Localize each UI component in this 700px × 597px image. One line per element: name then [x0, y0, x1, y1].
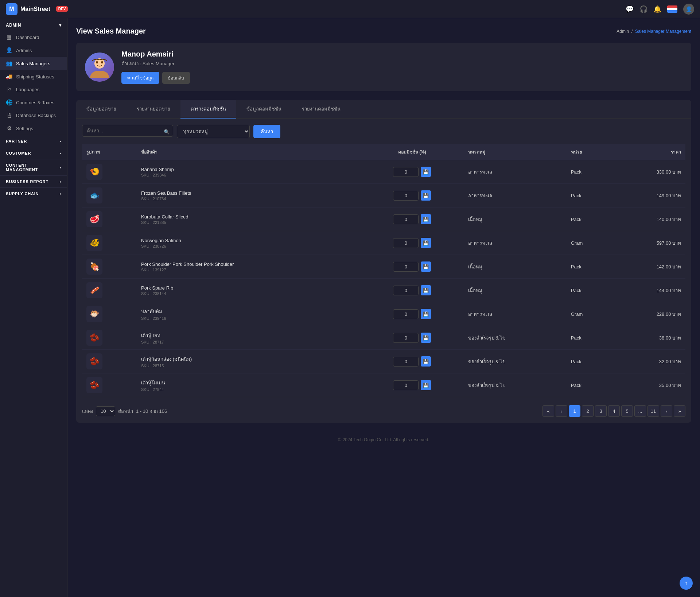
save-commission-button[interactable]: 💾 — [421, 380, 431, 390]
commission-input[interactable] — [393, 191, 419, 201]
cell-name: Frozen Sea Bass Fillets SKU : 210764 — [137, 184, 361, 208]
table-row: 🐠 Norwegian Salmon SKU : 238726 💾 อาหารท… — [82, 231, 685, 255]
commission-input[interactable] — [393, 238, 419, 248]
table-row: 🫘 เต้าหู้โมเมน SKU : 27944 💾 ของสำเร็จรู… — [82, 373, 685, 397]
sidebar-group-content[interactable]: CONTENT MANAGEMENT › — [0, 159, 67, 175]
profile-info: Manop Aemsiri ตำแหน่ง : Sales Manager ✏ … — [121, 50, 682, 84]
commission-input[interactable] — [393, 167, 419, 177]
commission-input[interactable] — [393, 380, 419, 390]
save-commission-button[interactable]: 💾 — [421, 190, 431, 201]
tab-bar: ข้อมูลยอดขาย รายงานยอดขาย ตารางคอมมิชชั่… — [76, 100, 691, 119]
col-header-name: ชื่อสินค้า — [137, 144, 361, 160]
page-11-btn[interactable]: 11 — [648, 405, 659, 417]
commission-input[interactable] — [393, 309, 419, 319]
back-button[interactable]: ย้อนกลับ — [162, 72, 190, 84]
page-5-btn[interactable]: 5 — [621, 405, 633, 417]
table-row: 🍖 Pork Shoulder Pork Shoulder Pork Shoul… — [82, 255, 685, 279]
tab-commission-info[interactable]: ข้อมูลคอมมิชชั่น — [236, 100, 292, 119]
logo[interactable]: M MainStreet — [6, 3, 50, 15]
cell-price: 38.00 บาท — [612, 326, 685, 350]
notification-icon[interactable]: 🔔 — [653, 5, 661, 13]
logo-text: MainStreet — [20, 6, 50, 12]
page-...-btn[interactable]: ... — [634, 405, 646, 417]
sidebar-item-db-backups[interactable]: 🗄 Database Backups — [0, 109, 67, 122]
sidebar-item-settings[interactable]: ⚙ Settings — [0, 122, 67, 135]
commission-input[interactable] — [393, 214, 419, 224]
save-commission-button[interactable]: 💾 — [421, 261, 431, 272]
prev-page-btn[interactable]: ‹ — [556, 405, 567, 417]
language-flag[interactable] — [667, 5, 677, 13]
per-page-select[interactable]: 10 — [96, 406, 115, 416]
cell-category: อาหารทะเล — [464, 302, 567, 326]
commission-input[interactable] — [393, 286, 419, 295]
commission-input[interactable] — [393, 333, 419, 343]
cell-unit: Pack — [567, 184, 612, 208]
category-select[interactable]: ทุกหมวดหมู่ — [177, 125, 250, 138]
sidebar-group-partner[interactable]: PARTNER › — [0, 135, 67, 147]
commission-input[interactable] — [393, 262, 419, 272]
commission-input[interactable] — [393, 357, 419, 367]
scroll-top-button[interactable]: ↑ — [680, 577, 693, 590]
cell-unit: Pack — [567, 279, 612, 302]
sidebar-group-supply[interactable]: SUPPLY CHAIN › — [0, 187, 67, 199]
language-icon: 🏳 — [6, 86, 12, 93]
save-commission-button[interactable]: 💾 — [421, 309, 431, 319]
profile-role: ตำแหน่ง : Sales Manager — [121, 60, 682, 67]
page-3-btn[interactable]: 3 — [595, 405, 607, 417]
sidebar-group-customer[interactable]: CUSTOMER › — [0, 147, 67, 159]
save-commission-button[interactable]: 💾 — [421, 238, 431, 248]
cell-image: 🐡 — [82, 302, 137, 326]
search-button[interactable]: ค้นหา — [253, 125, 280, 138]
table-row: 🫘 เต้าหู้ก้อนกล่อง (ชนิดนิ่ม) SKU : 2871… — [82, 350, 685, 373]
cell-unit: Pack — [567, 208, 612, 231]
page-1-btn[interactable]: 1 — [569, 405, 580, 417]
cell-unit: Gram — [567, 302, 612, 326]
edit-button[interactable]: ✏ แก้ไขข้อมูล — [121, 72, 159, 84]
next-page-btn[interactable]: › — [661, 405, 672, 417]
search-input[interactable] — [82, 125, 173, 137]
last-page-btn[interactable]: » — [674, 405, 685, 417]
env-badge: DEV — [56, 6, 68, 12]
cell-category: เนื้อหมู — [464, 208, 567, 231]
cell-commission: 💾 — [361, 350, 463, 373]
cell-image: 🥓 — [82, 279, 137, 302]
tab-commission-table[interactable]: ตารางคอมมิชชั่น — [180, 100, 236, 119]
breadcrumb-home[interactable]: Admin — [617, 29, 629, 34]
avatar[interactable]: 👤 — [683, 4, 694, 15]
cell-price: 149.00 บาท — [612, 184, 685, 208]
cell-image: 🫘 — [82, 373, 137, 397]
sidebar-item-admins[interactable]: 👤 Admins — [0, 44, 67, 57]
sidebar-item-countries-taxes[interactable]: 🌐 Countries & Taxes — [0, 96, 67, 109]
save-commission-button[interactable]: 💾 — [421, 167, 431, 177]
profile-actions: ✏ แก้ไขข้อมูล ย้อนกลับ — [121, 72, 682, 84]
headset-icon[interactable]: 🎧 — [639, 5, 648, 13]
tab-sales-info[interactable]: ข้อมูลยอดขาย — [76, 100, 127, 119]
page-2-btn[interactable]: 2 — [582, 405, 594, 417]
topnav-icons: 💬 🎧 🔔 👤 — [626, 4, 694, 15]
tab-commission-report[interactable]: รายงานคอมมิชชั่น — [292, 100, 351, 119]
cell-commission: 💾 — [361, 302, 463, 326]
sidebar-item-dashboard[interactable]: ▦ Dashboard — [0, 31, 67, 44]
save-commission-button[interactable]: 💾 — [421, 214, 431, 224]
page-title: View Sales Manager — [76, 27, 146, 35]
cell-category: ของสำเร็จรูป & ไข่ — [464, 350, 567, 373]
sidebar-item-languages[interactable]: 🏳 Languages — [0, 83, 67, 96]
breadcrumb-current: Sales Manager Management — [635, 29, 691, 34]
tab-sales-report[interactable]: รายงานยอดขาย — [127, 100, 180, 119]
cell-commission: 💾 — [361, 208, 463, 231]
sidebar-item-shipping[interactable]: 🚚 Shipping Statuses — [0, 70, 67, 83]
cell-name: Norwegian Salmon SKU : 238726 — [137, 231, 361, 255]
save-commission-button[interactable]: 💾 — [421, 356, 431, 367]
first-page-btn[interactable]: « — [542, 405, 554, 417]
sidebar-admin-header[interactable]: ADMIN ▾ — [0, 18, 67, 31]
sidebar-item-sales-managers[interactable]: 👥 Sales Managers — [0, 57, 67, 70]
profile-card: Manop Aemsiri ตำแหน่ง : Sales Manager ✏ … — [76, 43, 691, 91]
page-4-btn[interactable]: 4 — [608, 405, 620, 417]
cell-unit: Pack — [567, 350, 612, 373]
save-commission-button[interactable]: 💾 — [421, 333, 431, 343]
sidebar-group-business[interactable]: BUSINESS REPORT › — [0, 175, 67, 187]
cell-unit: Pack — [567, 255, 612, 279]
pagination-right: «‹12345...11›» — [542, 405, 685, 417]
chat-icon[interactable]: 💬 — [626, 5, 634, 13]
save-commission-button[interactable]: 💾 — [421, 285, 431, 295]
